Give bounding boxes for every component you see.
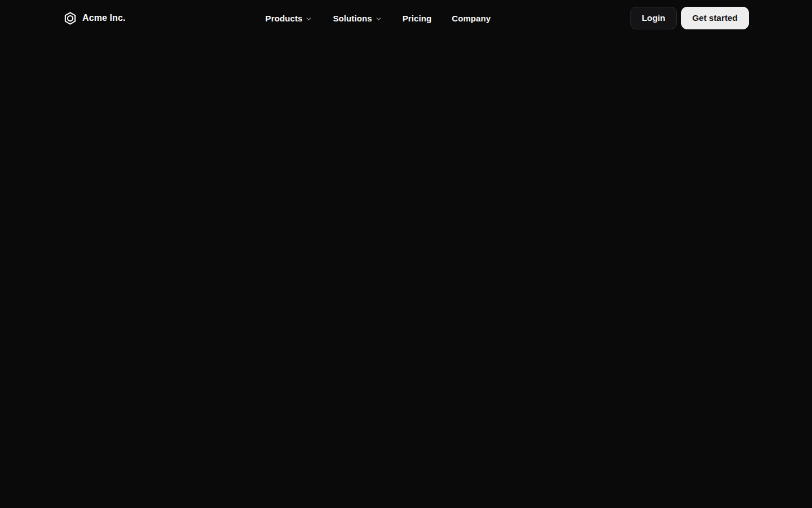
brand-logo[interactable]: Acme Inc. xyxy=(63,11,126,25)
nav-item-label: Pricing xyxy=(403,14,432,23)
get-started-button[interactable]: Get started xyxy=(681,7,749,29)
top-navigation-bar: Acme Inc. Products Solutions Pricing Com… xyxy=(0,0,812,36)
login-button[interactable]: Login xyxy=(630,7,676,29)
header-actions: Login Get started xyxy=(630,7,749,29)
main-nav: Products Solutions Pricing Company xyxy=(266,14,491,23)
nav-item-pricing[interactable]: Pricing xyxy=(403,14,432,23)
nav-item-products[interactable]: Products xyxy=(266,14,313,23)
nav-item-solutions[interactable]: Solutions xyxy=(333,14,382,23)
nav-item-company[interactable]: Company xyxy=(452,14,491,23)
nav-item-label: Company xyxy=(452,14,491,23)
hexagon-ring-icon xyxy=(63,11,77,25)
nav-item-label: Solutions xyxy=(333,14,372,23)
chevron-down-icon xyxy=(305,15,312,23)
nav-item-label: Products xyxy=(266,14,303,23)
chevron-down-icon xyxy=(375,15,382,23)
brand-name: Acme Inc. xyxy=(82,13,126,23)
empty-page-body xyxy=(0,36,812,508)
